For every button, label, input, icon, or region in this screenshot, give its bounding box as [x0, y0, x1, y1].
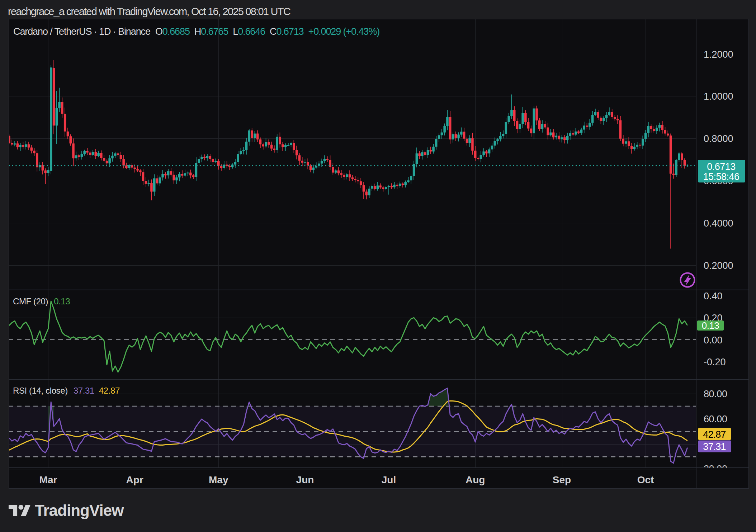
- svg-text:60.00: 60.00: [704, 414, 727, 424]
- svg-text:RSI (14, close)37.3142.87: RSI (14, close)37.3142.87: [13, 386, 120, 395]
- svg-text:Cardano / TetherUS · 1D · Bina: Cardano / TetherUS · 1D · BinanceO0.6685…: [13, 26, 379, 37]
- svg-text:Oct: Oct: [637, 474, 654, 485]
- svg-text:80.00: 80.00: [704, 389, 727, 399]
- svg-text:Apr: Apr: [126, 474, 143, 485]
- svg-text:0.4000: 0.4000: [704, 218, 733, 229]
- svg-text:-0.20: -0.20: [704, 357, 726, 367]
- svg-text:15:58:46: 15:58:46: [703, 171, 739, 182]
- svg-text:Jun: Jun: [296, 474, 314, 485]
- svg-text:0.6713: 0.6713: [707, 161, 736, 172]
- svg-text:Sep: Sep: [553, 474, 571, 485]
- svg-text:0.2000: 0.2000: [704, 260, 733, 271]
- svg-text:0.13: 0.13: [702, 320, 719, 331]
- svg-text:42.87: 42.87: [703, 429, 726, 440]
- svg-text:1.0000: 1.0000: [704, 91, 733, 102]
- svg-text:Jul: Jul: [382, 474, 396, 485]
- svg-text:CMF (20)0.13: CMF (20)0.13: [13, 296, 70, 306]
- svg-text:Aug: Aug: [466, 474, 485, 485]
- svg-text:0.8000: 0.8000: [704, 133, 733, 144]
- svg-text:1.2000: 1.2000: [704, 49, 733, 60]
- svg-text:TradingView: TradingView: [35, 502, 124, 519]
- svg-text:Mar: Mar: [39, 474, 57, 485]
- svg-text:0.40: 0.40: [704, 291, 723, 301]
- svg-text:0.00: 0.00: [704, 335, 723, 346]
- svg-text:May: May: [209, 474, 228, 485]
- svg-text:37.31: 37.31: [703, 441, 726, 452]
- svg-text:reachgrace_a created with Trad: reachgrace_a created with TradingView.co…: [8, 6, 290, 17]
